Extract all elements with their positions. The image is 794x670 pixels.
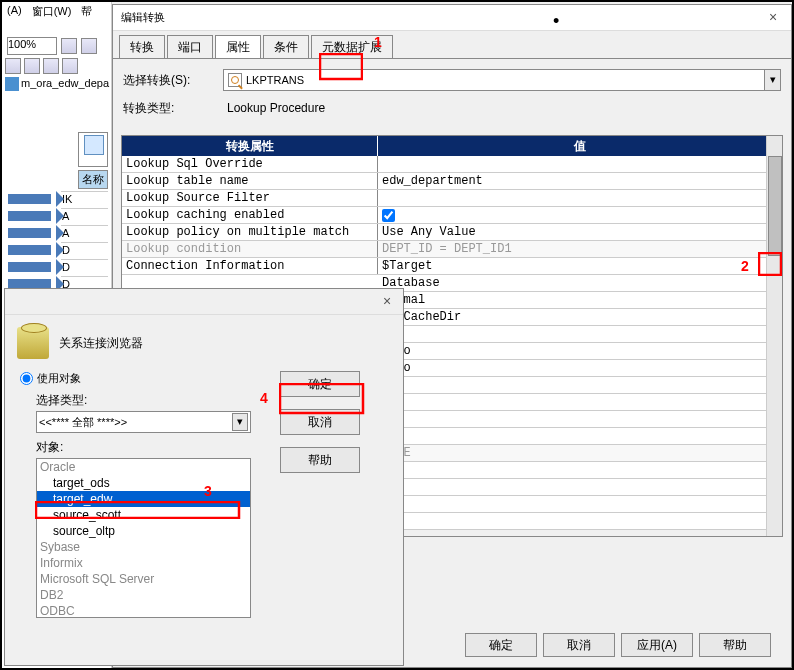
search-icon [228, 73, 242, 87]
toolbar-icon[interactable] [62, 58, 78, 74]
dialog-titlebar: 编辑转换 • × [113, 5, 791, 31]
grid-row[interactable]: Lookup policy on multiple matchUse Any V… [122, 224, 782, 241]
trans-type-label: 转换类型: [123, 100, 223, 117]
grid-row[interactable]: Connection Information$Target↓ [122, 258, 782, 275]
arrow-icon [8, 245, 58, 255]
list-item[interactable]: source_oltp [37, 523, 250, 539]
close-icon[interactable]: × [763, 8, 783, 28]
value-cell[interactable] [378, 394, 782, 410]
value-cell[interactable] [378, 496, 782, 512]
checkbox-input[interactable] [382, 209, 395, 222]
grid-row[interactable]: Lookup table nameedw_department [122, 173, 782, 190]
value-cell[interactable]: edw_department [378, 173, 782, 189]
object-list[interactable]: Oracletarget_odstarget_edwsource_scottso… [36, 458, 251, 618]
zoom-select[interactable]: 100% [7, 37, 57, 55]
close-icon[interactable]: × [377, 292, 397, 312]
attr-cell: Lookup Source Filter [122, 190, 378, 206]
scroll-thumb[interactable] [768, 156, 782, 256]
port-label: D [61, 242, 108, 257]
mapping-icon [5, 77, 19, 91]
toolbar-icon[interactable] [81, 38, 97, 54]
grid-row[interactable]: Lookup Source Filter [122, 190, 782, 207]
list-item: Oracle [37, 459, 250, 475]
chevron-down-icon[interactable]: ▾ [764, 70, 780, 90]
grid-row[interactable]: Lookup caching enabled [122, 207, 782, 224]
diagram-link: A [8, 207, 108, 224]
svg-rect-0 [320, 54, 362, 79]
menu-item[interactable]: (A) [7, 4, 22, 18]
annotation-3: 3 [204, 483, 212, 499]
arrow-icon [8, 228, 58, 238]
value-cell[interactable]: Use Any Value [378, 224, 782, 240]
tab-3[interactable]: 条件 [263, 35, 309, 58]
menu-item[interactable]: 帮 [81, 4, 92, 18]
dialog-ok-button[interactable]: 确定 [465, 633, 537, 657]
tab-2[interactable]: 属性 [215, 35, 261, 58]
value-cell[interactable] [378, 513, 782, 529]
annotation-box-2 [758, 252, 782, 276]
dialog-help-button[interactable]: 帮助 [699, 633, 771, 657]
list-item: DB2 [37, 587, 250, 603]
value-cell[interactable] [378, 156, 782, 172]
tree-item[interactable]: m_ora_edw_depa [5, 76, 110, 92]
diagram-node[interactable] [78, 132, 108, 167]
relational-connection-browser-dialog: × 关系连接浏览器 使用对象 选择类型: <<**** 全部 ****>> ▾ … [4, 288, 404, 666]
tab-row: 转换端口属性条件元数据扩展 [113, 31, 791, 59]
bg-toolbar: 100% [7, 37, 97, 55]
subdlg-help-button[interactable]: 帮助 [280, 447, 360, 473]
attr-cell: Connection Information [122, 258, 378, 274]
value-cell[interactable]: Database [378, 275, 782, 291]
value-cell[interactable] [378, 428, 782, 444]
grid-header: 转换属性 值 [122, 136, 782, 156]
list-item[interactable]: target_ods [37, 475, 250, 491]
dot-icon: • [553, 11, 559, 32]
value-cell[interactable] [378, 190, 782, 206]
trans-type-value: Lookup Procedure [223, 97, 781, 119]
type-select[interactable]: <<**** 全部 ****>> ▾ [36, 411, 251, 433]
value-cell[interactable]: $PMCacheDir [378, 309, 782, 325]
toolbar-icon[interactable] [5, 58, 21, 74]
attr-cell: Lookup caching enabled [122, 207, 378, 223]
value-cell[interactable] [378, 377, 782, 393]
subdlg-titlebar: × [5, 289, 403, 315]
value-cell[interactable]: Auto [378, 343, 782, 359]
value-cell[interactable]: DEPT_ID = DEPT_ID1 [378, 241, 782, 257]
dialog-cancel-button[interactable]: 取消 [543, 633, 615, 657]
value-cell[interactable] [378, 326, 782, 342]
dialog-apply-button[interactable]: 应用(A) [621, 633, 693, 657]
value-cell[interactable] [378, 411, 782, 427]
subdlg-header: 关系连接浏览器 [5, 315, 403, 371]
value-cell[interactable]: TRUE [378, 445, 782, 461]
value-cell[interactable]: $Target↓ [378, 258, 782, 274]
annotation-box-3 [35, 501, 241, 519]
value-cell[interactable]: Auto [378, 360, 782, 376]
scrollbar[interactable] [766, 136, 782, 536]
value-cell[interactable] [378, 462, 782, 478]
select-trans-combo[interactable]: LKPTRANS ▾ [223, 69, 781, 91]
toolbar-icon[interactable] [43, 58, 59, 74]
toolbar-icon[interactable] [24, 58, 40, 74]
attr-cell: Lookup Sql Override [122, 156, 378, 172]
radio-input[interactable] [20, 372, 33, 385]
grid-row[interactable]: Lookup conditionDEPT_ID = DEPT_ID1 [122, 241, 782, 258]
svg-rect-1 [759, 253, 781, 275]
form-area: 选择转换(S): LKPTRANS ▾ 转换类型: Lookup Procedu… [113, 59, 791, 135]
port-label: A [61, 225, 108, 240]
col-header-val: 值 [378, 136, 782, 156]
list-item: Sybase [37, 539, 250, 555]
value-cell[interactable]: Normal [378, 292, 782, 308]
arrow-icon [8, 279, 58, 289]
chevron-down-icon[interactable]: ▾ [232, 413, 248, 431]
annotation-4: 4 [260, 390, 268, 406]
arrow-icon [8, 211, 58, 221]
toolbar-icon[interactable] [61, 38, 77, 54]
subdlg-title: 关系连接浏览器 [59, 335, 143, 352]
svg-rect-3 [280, 384, 363, 413]
tab-0[interactable]: 转换 [119, 35, 165, 58]
value-cell[interactable] [378, 207, 782, 223]
value-cell[interactable] [378, 479, 782, 495]
tab-1[interactable]: 端口 [167, 35, 213, 58]
database-icon [17, 327, 49, 359]
menu-item[interactable]: 窗口(W) [32, 4, 72, 18]
grid-row[interactable]: Lookup Sql Override [122, 156, 782, 173]
